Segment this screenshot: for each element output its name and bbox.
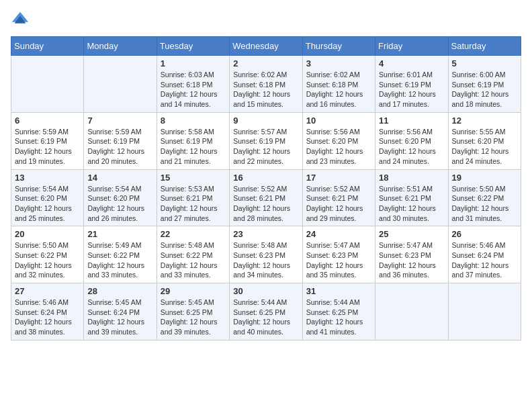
day-info: Sunrise: 5:46 AMSunset: 6:24 PMDaylight:… xyxy=(15,298,80,337)
calendar-cell: 19Sunrise: 5:50 AMSunset: 6:22 PMDayligh… xyxy=(448,169,521,226)
logo xyxy=(11,11,32,30)
weekday-header-thursday: Thursday xyxy=(302,37,375,56)
day-number: 12 xyxy=(452,116,517,126)
day-number: 27 xyxy=(15,286,80,296)
day-number: 19 xyxy=(452,173,517,183)
day-number: 8 xyxy=(161,116,226,126)
calendar-cell: 18Sunrise: 5:51 AMSunset: 6:21 PMDayligh… xyxy=(375,169,448,226)
calendar-cell: 24Sunrise: 5:47 AMSunset: 6:23 PMDayligh… xyxy=(302,226,375,283)
calendar-cell: 21Sunrise: 5:49 AMSunset: 6:22 PMDayligh… xyxy=(84,226,157,283)
day-info: Sunrise: 5:53 AMSunset: 6:21 PMDaylight:… xyxy=(161,184,226,224)
day-number: 31 xyxy=(306,286,371,296)
calendar-week-4: 20Sunrise: 5:50 AMSunset: 6:22 PMDayligh… xyxy=(11,226,521,283)
calendar-cell xyxy=(375,283,448,340)
day-info: Sunrise: 5:55 AMSunset: 6:20 PMDaylight:… xyxy=(452,127,517,167)
weekday-header-row: SundayMondayTuesdayWednesdayThursdayFrid… xyxy=(11,37,521,56)
day-number: 16 xyxy=(233,173,298,183)
day-info: Sunrise: 5:44 AMSunset: 6:25 PMDaylight:… xyxy=(233,298,298,337)
calendar-cell: 16Sunrise: 5:52 AMSunset: 6:21 PMDayligh… xyxy=(230,169,302,226)
calendar-cell: 7Sunrise: 5:59 AMSunset: 6:19 PMDaylight… xyxy=(84,112,157,169)
calendar-cell: 14Sunrise: 5:54 AMSunset: 6:20 PMDayligh… xyxy=(84,169,157,226)
weekday-header-monday: Monday xyxy=(84,37,157,56)
day-info: Sunrise: 5:46 AMSunset: 6:24 PMDaylight:… xyxy=(452,240,517,280)
calendar-cell: 10Sunrise: 5:56 AMSunset: 6:20 PMDayligh… xyxy=(302,112,375,169)
day-number: 9 xyxy=(233,116,298,126)
day-info: Sunrise: 5:50 AMSunset: 6:22 PMDaylight:… xyxy=(452,184,517,224)
calendar-cell: 12Sunrise: 5:55 AMSunset: 6:20 PMDayligh… xyxy=(448,112,521,169)
day-info: Sunrise: 6:02 AMSunset: 6:18 PMDaylight:… xyxy=(233,70,298,109)
day-number: 4 xyxy=(379,58,444,68)
calendar-cell: 8Sunrise: 5:58 AMSunset: 6:19 PMDaylight… xyxy=(157,112,229,169)
calendar-cell: 3Sunrise: 6:02 AMSunset: 6:18 PMDaylight… xyxy=(302,56,375,113)
day-number: 18 xyxy=(379,173,444,183)
calendar-cell xyxy=(448,283,521,340)
calendar-cell: 26Sunrise: 5:46 AMSunset: 6:24 PMDayligh… xyxy=(448,226,521,283)
day-number: 23 xyxy=(233,229,298,239)
calendar-cell: 15Sunrise: 5:53 AMSunset: 6:21 PMDayligh… xyxy=(157,169,229,226)
day-number: 21 xyxy=(87,229,152,239)
day-info: Sunrise: 5:47 AMSunset: 6:23 PMDaylight:… xyxy=(379,240,444,280)
day-info: Sunrise: 5:56 AMSunset: 6:20 PMDaylight:… xyxy=(306,127,371,167)
day-number: 11 xyxy=(379,116,444,126)
day-info: Sunrise: 5:49 AMSunset: 6:22 PMDaylight:… xyxy=(87,240,152,280)
day-info: Sunrise: 5:45 AMSunset: 6:24 PMDaylight:… xyxy=(87,298,152,337)
calendar-cell: 29Sunrise: 5:45 AMSunset: 6:25 PMDayligh… xyxy=(157,283,229,340)
day-number: 3 xyxy=(306,58,371,68)
calendar-cell xyxy=(84,56,157,113)
day-number: 17 xyxy=(306,173,371,183)
day-info: Sunrise: 5:57 AMSunset: 6:19 PMDaylight:… xyxy=(233,127,298,167)
calendar: SundayMondayTuesdayWednesdayThursdayFrid… xyxy=(11,36,521,340)
day-info: Sunrise: 5:51 AMSunset: 6:21 PMDaylight:… xyxy=(379,184,444,224)
day-number: 13 xyxy=(15,173,80,183)
day-info: Sunrise: 5:45 AMSunset: 6:25 PMDaylight:… xyxy=(161,298,226,337)
day-number: 14 xyxy=(87,173,152,183)
day-info: Sunrise: 5:59 AMSunset: 6:19 PMDaylight:… xyxy=(15,127,80,167)
calendar-cell: 20Sunrise: 5:50 AMSunset: 6:22 PMDayligh… xyxy=(11,226,84,283)
calendar-cell: 9Sunrise: 5:57 AMSunset: 6:19 PMDaylight… xyxy=(230,112,302,169)
day-number: 15 xyxy=(161,173,226,183)
calendar-cell: 28Sunrise: 5:45 AMSunset: 6:24 PMDayligh… xyxy=(84,283,157,340)
day-info: Sunrise: 5:54 AMSunset: 6:20 PMDaylight:… xyxy=(15,184,80,224)
day-number: 20 xyxy=(15,229,80,239)
day-number: 5 xyxy=(452,58,517,68)
day-info: Sunrise: 5:54 AMSunset: 6:20 PMDaylight:… xyxy=(87,184,152,224)
calendar-cell: 27Sunrise: 5:46 AMSunset: 6:24 PMDayligh… xyxy=(11,283,84,340)
day-number: 30 xyxy=(233,286,298,296)
day-number: 29 xyxy=(161,286,226,296)
calendar-week-1: 1Sunrise: 6:03 AMSunset: 6:18 PMDaylight… xyxy=(11,56,521,113)
day-number: 25 xyxy=(379,229,444,239)
day-info: Sunrise: 5:48 AMSunset: 6:23 PMDaylight:… xyxy=(233,240,298,280)
calendar-cell: 25Sunrise: 5:47 AMSunset: 6:23 PMDayligh… xyxy=(375,226,448,283)
day-info: Sunrise: 5:48 AMSunset: 6:22 PMDaylight:… xyxy=(161,240,226,280)
calendar-cell: 22Sunrise: 5:48 AMSunset: 6:22 PMDayligh… xyxy=(157,226,229,283)
weekday-header-friday: Friday xyxy=(375,37,448,56)
calendar-cell xyxy=(11,56,84,113)
day-info: Sunrise: 5:50 AMSunset: 6:22 PMDaylight:… xyxy=(15,240,80,280)
day-number: 26 xyxy=(452,229,517,239)
day-info: Sunrise: 5:52 AMSunset: 6:21 PMDaylight:… xyxy=(233,184,298,224)
calendar-week-5: 27Sunrise: 5:46 AMSunset: 6:24 PMDayligh… xyxy=(11,283,521,340)
calendar-cell: 2Sunrise: 6:02 AMSunset: 6:18 PMDaylight… xyxy=(230,56,302,113)
day-number: 2 xyxy=(233,58,298,68)
day-info: Sunrise: 5:44 AMSunset: 6:25 PMDaylight:… xyxy=(306,298,371,337)
page-header xyxy=(11,11,521,30)
calendar-cell: 17Sunrise: 5:52 AMSunset: 6:21 PMDayligh… xyxy=(302,169,375,226)
logo-icon xyxy=(11,11,30,30)
day-number: 10 xyxy=(306,116,371,126)
day-info: Sunrise: 5:58 AMSunset: 6:19 PMDaylight:… xyxy=(161,127,226,167)
calendar-cell: 23Sunrise: 5:48 AMSunset: 6:23 PMDayligh… xyxy=(230,226,302,283)
day-info: Sunrise: 6:03 AMSunset: 6:18 PMDaylight:… xyxy=(161,70,226,109)
calendar-week-2: 6Sunrise: 5:59 AMSunset: 6:19 PMDaylight… xyxy=(11,112,521,169)
calendar-cell: 4Sunrise: 6:01 AMSunset: 6:19 PMDaylight… xyxy=(375,56,448,113)
weekday-header-wednesday: Wednesday xyxy=(230,37,302,56)
day-info: Sunrise: 6:00 AMSunset: 6:19 PMDaylight:… xyxy=(452,70,517,109)
weekday-header-saturday: Saturday xyxy=(448,37,521,56)
day-number: 28 xyxy=(87,286,152,296)
day-number: 22 xyxy=(161,229,226,239)
day-number: 6 xyxy=(15,116,80,126)
calendar-cell: 5Sunrise: 6:00 AMSunset: 6:19 PMDaylight… xyxy=(448,56,521,113)
calendar-cell: 1Sunrise: 6:03 AMSunset: 6:18 PMDaylight… xyxy=(157,56,229,113)
weekday-header-tuesday: Tuesday xyxy=(157,37,229,56)
day-info: Sunrise: 5:47 AMSunset: 6:23 PMDaylight:… xyxy=(306,240,371,280)
calendar-cell: 13Sunrise: 5:54 AMSunset: 6:20 PMDayligh… xyxy=(11,169,84,226)
